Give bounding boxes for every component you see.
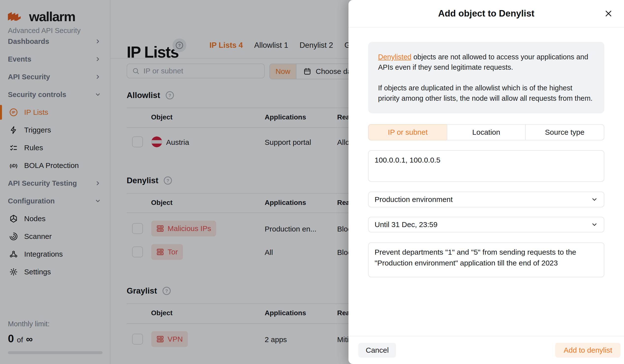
application-select[interactable]: Production environment [368, 192, 604, 207]
chevron-down-icon [591, 221, 598, 228]
object-type-tabs: IP or subnet Location Source type [368, 124, 604, 140]
time-period-select[interactable]: Until 31 Dec, 23:59 [368, 217, 604, 233]
tab-ip-or-subnet[interactable]: IP or subnet [368, 124, 447, 140]
modal-body: Denylisted objects are not allowed to ac… [348, 42, 624, 277]
cancel-button[interactable]: Cancel [358, 343, 396, 358]
tab-source-type[interactable]: Source type [526, 124, 604, 140]
time-period-select-value: Until 31 Dec, 23:59 [375, 220, 438, 229]
close-icon[interactable] [602, 7, 615, 20]
chevron-down-icon [591, 196, 598, 203]
ip-or-subnet-input[interactable]: 100.0.0.1, 100.0.0.5 [368, 150, 604, 182]
denylisted-link[interactable]: Denylisted [378, 53, 411, 61]
application-select-value: Production environment [375, 195, 453, 204]
modal-title: Add object to Denylist [438, 8, 535, 19]
info-paragraph-2: If objects are duplicated in the allowli… [378, 83, 595, 103]
modal-footer: Cancel Add to denylist [348, 336, 624, 364]
add-to-denylist-button[interactable]: Add to denylist [555, 343, 621, 358]
reason-input[interactable]: Prevent departments "1" and "5" from sen… [368, 242, 604, 277]
app-root: wallarm Advanced API Security Dashboards… [0, 0, 624, 364]
modal-header: Add object to Denylist [348, 0, 624, 27]
tab-location[interactable]: Location [447, 124, 525, 140]
add-to-denylist-modal: Add object to Denylist Denylisted object… [348, 0, 624, 364]
info-paragraph-1: Denylisted objects are not allowed to ac… [378, 52, 595, 73]
denylist-info-box: Denylisted objects are not allowed to ac… [368, 42, 604, 113]
